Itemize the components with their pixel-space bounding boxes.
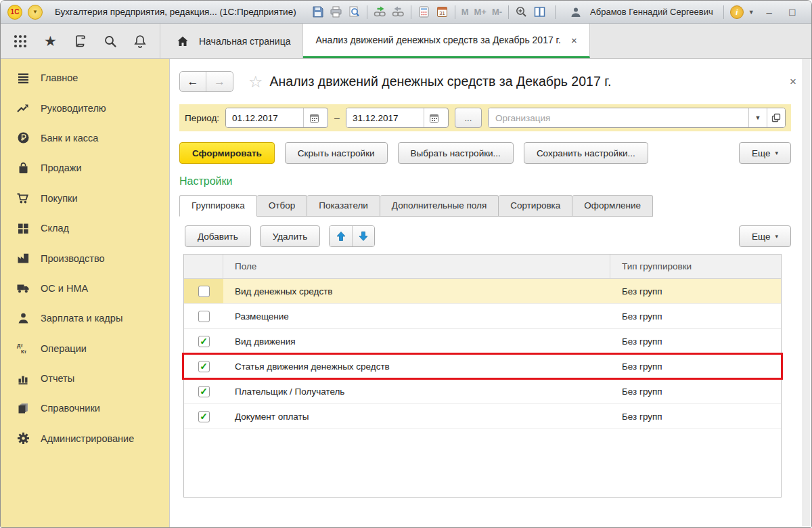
- sidebar-item-reports[interactable]: Отчеты: [1, 364, 169, 393]
- sidebar-item-os-nma[interactable]: ОС и НМА: [1, 273, 169, 303]
- table-row[interactable]: ✓ Плательщик / Получатель Без групп: [184, 379, 781, 404]
- apps-grid-icon[interactable]: [10, 31, 30, 51]
- hide-settings-button[interactable]: Скрыть настройки: [285, 142, 388, 164]
- calendar-picker-icon[interactable]: [424, 108, 445, 127]
- history-icon[interactable]: [70, 31, 90, 51]
- notifications-bell-icon[interactable]: [130, 31, 150, 51]
- maximize-button[interactable]: □: [782, 4, 803, 20]
- row-group-type[interactable]: Без групп: [610, 286, 781, 296]
- tab-report[interactable]: Анализ движений денежных средств за Дека…: [303, 24, 589, 58]
- save-settings-button[interactable]: Сохранить настройки...: [524, 142, 648, 164]
- row-group-type[interactable]: Без групп: [610, 412, 781, 422]
- split-view-icon[interactable]: [531, 3, 549, 20]
- settings-tab-6[interactable]: Оформление: [572, 195, 653, 217]
- row-checkbox[interactable]: [198, 311, 210, 322]
- minimize-button[interactable]: –: [759, 4, 780, 20]
- sidebar-item-salary-hr[interactable]: Зарплата и кадры: [1, 303, 169, 333]
- period-label: Период:: [185, 113, 219, 123]
- zoom-in-icon[interactable]: [512, 3, 531, 20]
- separator: [455, 5, 455, 19]
- print-preview-icon[interactable]: [345, 3, 363, 20]
- table-row[interactable]: ✓ Вид движения Без групп: [184, 329, 781, 354]
- close-tab-icon[interactable]: ×: [571, 35, 577, 46]
- add-button[interactable]: Добавить: [185, 225, 251, 247]
- settings-tab-1[interactable]: Группировка: [179, 195, 257, 217]
- sidebar-item-operations[interactable]: ДтКт Операции: [1, 334, 169, 364]
- back-button[interactable]: ←: [180, 72, 206, 91]
- delete-button[interactable]: Удалить: [260, 225, 321, 247]
- generate-button[interactable]: Сформировать: [179, 142, 275, 164]
- dropdown-caret-icon[interactable]: ▼: [748, 108, 767, 127]
- memory-m-minus-button[interactable]: M-: [489, 3, 505, 20]
- person-icon: [16, 312, 30, 325]
- row-group-type[interactable]: Без групп: [610, 336, 781, 347]
- chart-icon: [16, 372, 30, 385]
- row-group-type[interactable]: Без групп: [610, 387, 781, 397]
- settings-tab-5[interactable]: Сортировка: [499, 195, 572, 217]
- info-icon[interactable]: i: [730, 5, 744, 19]
- main-menu-button[interactable]: ▼: [28, 5, 43, 20]
- current-user[interactable]: Абрамов Геннадий Сергеевич: [562, 2, 717, 22]
- grouping-table: Поле Тип группировки Вид денежных средст…: [183, 254, 782, 498]
- row-group-type[interactable]: Без групп: [610, 361, 781, 372]
- sidebar-item-sales[interactable]: Продажи: [1, 153, 169, 183]
- row-checkbox[interactable]: ✓: [198, 386, 210, 397]
- choose-from-list-icon[interactable]: [767, 108, 785, 127]
- forward-button[interactable]: →: [206, 72, 233, 91]
- calculator-icon[interactable]: [415, 3, 433, 20]
- row-checkbox[interactable]: [198, 286, 210, 297]
- row-group-type[interactable]: Без групп: [610, 311, 781, 322]
- actions-row: Сформировать Скрыть настройки Выбрать на…: [179, 142, 791, 164]
- date-from-input[interactable]: [226, 108, 303, 127]
- sidebar-item-manager[interactable]: Руководителю: [1, 93, 169, 123]
- print-icon[interactable]: [327, 3, 345, 20]
- save-icon[interactable]: [309, 3, 327, 20]
- table-row[interactable]: ✓ Статья движения денежных средств Без г…: [184, 354, 781, 379]
- sidebar-item-references[interactable]: Справочники: [1, 393, 169, 423]
- memory-m-button[interactable]: M: [459, 3, 472, 20]
- move-up-icon[interactable]: [330, 226, 352, 246]
- choose-settings-button[interactable]: Выбрать настройки...: [398, 142, 514, 164]
- ruble-icon: [16, 131, 30, 144]
- settings-tab-2[interactable]: Отбор: [257, 195, 307, 217]
- close-form-icon[interactable]: ×: [790, 75, 796, 89]
- sidebar-item-label: Покупки: [41, 193, 78, 204]
- close-window-button[interactable]: ×: [805, 4, 812, 20]
- sidebar-item-main[interactable]: Главное: [1, 63, 169, 93]
- date-to-input[interactable]: [346, 108, 424, 127]
- calendar-picker-icon[interactable]: [303, 108, 324, 127]
- memory-m-plus-button[interactable]: M+: [471, 3, 489, 20]
- get-link-icon[interactable]: [371, 3, 389, 20]
- tab-home[interactable]: Начальная страница: [160, 24, 303, 58]
- vertical-scrollbar[interactable]: [803, 59, 810, 526]
- row-checkbox[interactable]: ✓: [198, 361, 210, 372]
- calendar-icon[interactable]: 31: [433, 3, 451, 20]
- tab-report-label: Анализ движений денежных средств за Дека…: [315, 35, 560, 45]
- sidebar-item-label: Справочники: [41, 403, 100, 414]
- sidebar-item-production[interactable]: Производство: [1, 243, 169, 273]
- table-row[interactable]: Размещение Без групп: [184, 304, 781, 329]
- settings-tab-3[interactable]: Показатели: [307, 195, 380, 217]
- period-options-button[interactable]: ...: [455, 108, 482, 128]
- sidebar-item-bank-cash[interactable]: Банк и касса: [1, 123, 169, 153]
- sidebar-item-purchases[interactable]: Покупки: [1, 183, 169, 213]
- table-row[interactable]: Вид денежных средств Без групп: [184, 279, 781, 304]
- row-checkbox[interactable]: ✓: [198, 336, 210, 347]
- page-title: Анализ движений денежных средств за Дека…: [270, 74, 612, 89]
- organization-input[interactable]: [489, 108, 748, 127]
- search-icon[interactable]: [100, 31, 120, 51]
- group-type-column-header: Тип группировки: [610, 261, 781, 271]
- table-row[interactable]: ✓ Документ оплаты Без групп: [184, 404, 781, 429]
- move-down-icon[interactable]: [352, 226, 374, 246]
- settings-more-button[interactable]: Еще ▾: [739, 225, 791, 247]
- more-label: Еще: [752, 148, 770, 158]
- favorites-star-icon[interactable]: ★: [40, 31, 60, 51]
- sidebar-item-warehouse[interactable]: Склад: [1, 213, 169, 243]
- more-button[interactable]: Еще ▾: [739, 142, 791, 164]
- go-to-link-icon[interactable]: [389, 3, 407, 20]
- favorite-star-icon[interactable]: ☆: [248, 74, 263, 90]
- sidebar-item-administration[interactable]: Администрирование: [1, 424, 169, 454]
- row-checkbox[interactable]: ✓: [198, 411, 210, 422]
- chevron-down-icon[interactable]: ▼: [746, 9, 757, 16]
- settings-tab-4[interactable]: Дополнительные поля: [380, 195, 499, 217]
